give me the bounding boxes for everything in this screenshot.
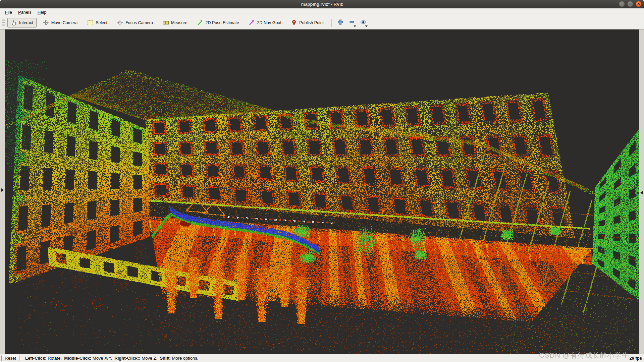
tool-measure-button[interactable]: Measure [159, 18, 191, 27]
zoom-in-button[interactable] [336, 18, 345, 28]
title-bar[interactable]: mapping.rviz* - RViz − □ ✕ [0, 0, 644, 8]
maximize-icon: □ [629, 2, 631, 6]
menu-file-label: ile [8, 10, 12, 15]
eye-icon [360, 19, 367, 26]
dropdown-caret-icon [354, 25, 356, 27]
menu-panels[interactable]: Panels [15, 9, 35, 15]
plus-icon [337, 19, 343, 26]
close-button[interactable]: ✕ [636, 1, 642, 7]
tool-interact-label: Interact [19, 20, 33, 25]
tool-interact-button[interactable]: Interact [7, 18, 37, 27]
dropdown-caret-icon [365, 25, 368, 27]
hand-cursor-icon [11, 20, 17, 25]
tool-select-label: Select [96, 20, 107, 25]
minimize-button[interactable]: − [619, 1, 625, 7]
rviz-window: mapping.rviz* - RViz − □ ✕ File Panels H… [0, 0, 644, 362]
tool-measure-label: Measure [171, 20, 187, 25]
maximize-button[interactable]: □ [627, 1, 633, 7]
window-controls: − □ ✕ [619, 1, 642, 7]
menu-help[interactable]: Help [35, 9, 50, 15]
minimize-icon: − [621, 2, 623, 6]
green-arrow-icon [197, 20, 203, 25]
menu-bar: File Panels Help [0, 8, 644, 16]
tool-select-button[interactable]: Select [84, 18, 111, 27]
move-arrows-icon [43, 20, 49, 25]
tool-focus-camera-label: Focus Camera [125, 20, 153, 25]
render-viewport[interactable] [0, 29, 644, 354]
menu-file[interactable]: File [2, 9, 15, 15]
toolbar-separator [331, 19, 332, 27]
menu-help-mnemonic: H [38, 10, 41, 15]
zoom-out-button[interactable] [347, 18, 357, 28]
status-bar: Reset Left-Click: Rotate. Middle-Click: … [0, 354, 644, 362]
visibility-button[interactable] [359, 18, 368, 28]
magenta-arrow-icon [249, 20, 255, 25]
tool-bar: Interact Move Camera Select Focus Camera… [0, 16, 644, 29]
window-title: mapping.rviz* - RViz [301, 2, 343, 7]
tool-move-camera-button[interactable]: Move Camera [40, 18, 81, 27]
left-panel-handle[interactable] [0, 29, 5, 354]
reset-button[interactable]: Reset [1, 355, 19, 361]
menu-panels-mnemonic: P [18, 10, 21, 15]
fps-counter: 29 fps [629, 356, 643, 361]
menu-panels-label: anels [21, 10, 32, 15]
toolbar-grip[interactable] [2, 19, 5, 27]
expand-right-panel-icon [640, 191, 643, 194]
menu-file-mnemonic: F [5, 10, 8, 15]
tool-publish-point-button[interactable]: Publish Point [287, 18, 327, 27]
point-cloud-canvas[interactable] [5, 29, 639, 354]
map-pin-icon [291, 20, 297, 25]
mouse-help-text: Left-Click: Rotate. Middle-Click: Move X… [25, 356, 198, 361]
status-separator [22, 355, 22, 361]
ruler-icon [163, 20, 169, 25]
tool-2d-pose-estimate-button[interactable]: 2D Pose Estimate [194, 18, 243, 27]
close-icon: ✕ [637, 2, 640, 6]
expand-left-panel-icon [1, 188, 4, 192]
tool-move-camera-label: Move Camera [51, 20, 78, 25]
tool-publish-point-label: Publish Point [299, 20, 324, 25]
crosshair-icon [117, 20, 123, 25]
tool-2d-nav-goal-label: 2D Nav Goal [257, 20, 281, 25]
right-panel-handle[interactable] [639, 29, 644, 354]
menu-help-label: elp [41, 10, 46, 15]
selection-box-icon [87, 20, 93, 25]
tool-2d-nav-goal-button[interactable]: 2D Nav Goal [246, 18, 285, 27]
tool-2d-pose-estimate-label: 2D Pose Estimate [206, 20, 239, 25]
tool-focus-camera-button[interactable]: Focus Camera [114, 18, 156, 27]
